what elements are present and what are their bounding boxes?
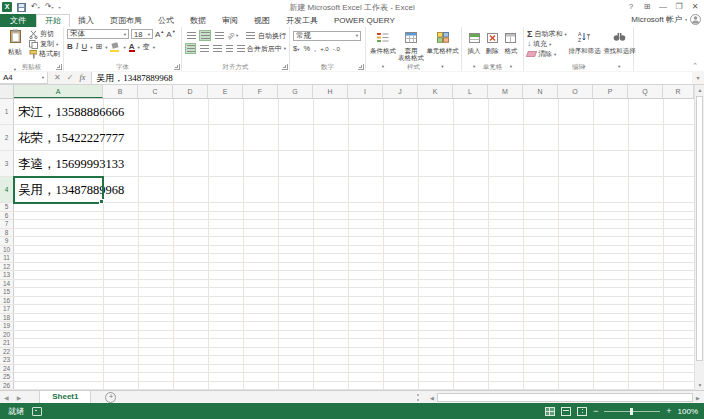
- row-header-17[interactable]: 17: [0, 305, 14, 313]
- enter-entry-button[interactable]: ✓: [67, 73, 74, 82]
- insert-function-button[interactable]: fx: [79, 73, 85, 82]
- decrease-decimal-button[interactable]: -.0: [333, 46, 340, 52]
- comma-style-button[interactable]: ,: [314, 44, 316, 53]
- column-header-D[interactable]: D: [173, 85, 208, 98]
- decrease-indent-button[interactable]: [224, 43, 233, 54]
- horizontal-scrollbar[interactable]: ◀ ▶: [428, 393, 702, 402]
- align-left-button[interactable]: [185, 43, 196, 54]
- row-header-25[interactable]: 25: [0, 373, 14, 381]
- page-layout-view-button[interactable]: [561, 407, 571, 416]
- tab-insert[interactable]: 插入: [70, 14, 102, 27]
- column-header-C[interactable]: C: [138, 85, 173, 98]
- sheet-tab-sheet1[interactable]: Sheet1: [39, 391, 91, 403]
- fill-button[interactable]: ↓ 填充 ▾: [527, 39, 567, 49]
- column-header-K[interactable]: K: [418, 85, 453, 98]
- align-top-button[interactable]: [185, 30, 197, 41]
- scroll-right-icon[interactable]: ▶: [694, 395, 702, 401]
- page-break-view-button[interactable]: [577, 407, 587, 416]
- row-header-7[interactable]: 7: [0, 220, 14, 228]
- minimize-button[interactable]: —: [656, 1, 670, 12]
- new-sheet-button[interactable]: +: [105, 392, 116, 403]
- tab-view[interactable]: 视图: [246, 14, 278, 27]
- zoom-out-button[interactable]: −: [593, 407, 598, 416]
- row-header-16[interactable]: 16: [0, 297, 14, 305]
- column-header-O[interactable]: O: [558, 85, 593, 98]
- row-header-18[interactable]: 18: [0, 314, 14, 322]
- name-box[interactable]: A4 ▾: [0, 72, 48, 84]
- font-name-select[interactable]: 宋体 ▾: [67, 29, 129, 39]
- normal-view-button[interactable]: [545, 407, 555, 416]
- row-header-8[interactable]: 8: [0, 229, 14, 237]
- help-button[interactable]: ?: [624, 1, 638, 12]
- column-header-H[interactable]: H: [313, 85, 348, 98]
- account-area[interactable]: Microsoft 帐户 ▾: [631, 14, 701, 25]
- row-header-15[interactable]: 15: [0, 288, 14, 296]
- decrease-font-size-button[interactable]: A▼: [166, 29, 175, 39]
- column-header-J[interactable]: J: [383, 85, 418, 98]
- column-header-I[interactable]: I: [348, 85, 383, 98]
- close-button[interactable]: ✕: [688, 1, 702, 12]
- font-dialog-launcher[interactable]: [174, 64, 180, 70]
- worksheet-grid[interactable]: ABCDEFGHIJKLMNOPQR 1宋江，135888866662花荣，15…: [0, 85, 704, 390]
- alignment-dialog-launcher[interactable]: [282, 64, 288, 70]
- vertical-scrollbar[interactable]: ▲ ▼: [694, 85, 704, 390]
- ribbon-display-options-button[interactable]: ⊞: [640, 1, 654, 12]
- borders-icon[interactable]: ⊞: [96, 42, 103, 52]
- row-header-24[interactable]: 24: [0, 365, 14, 373]
- increase-font-size-button[interactable]: A▲: [155, 29, 164, 39]
- column-header-M[interactable]: M: [488, 85, 523, 98]
- merge-center-button[interactable]: 合并后居中: [247, 44, 282, 54]
- zoom-level[interactable]: 100%: [678, 407, 698, 416]
- tab-developer[interactable]: 开发工具: [278, 14, 326, 27]
- tab-splitter-handle[interactable]: [417, 394, 422, 401]
- italic-button[interactable]: I: [76, 42, 79, 52]
- formula-input[interactable]: 吴用，13487889968: [91, 72, 692, 84]
- number-dialog-launcher[interactable]: [358, 64, 364, 70]
- tab-home[interactable]: 开始: [36, 14, 70, 27]
- row-header-3[interactable]: 3: [0, 151, 14, 176]
- font-size-select[interactable]: 18 ▾: [131, 29, 153, 39]
- align-right-button[interactable]: [211, 43, 222, 54]
- row-header-20[interactable]: 20: [0, 331, 14, 339]
- row-header-5[interactable]: 5: [0, 203, 14, 211]
- row-header-19[interactable]: 19: [0, 322, 14, 330]
- row-header-26[interactable]: 26: [0, 382, 14, 390]
- horizontal-scroll-thumb[interactable]: [437, 393, 693, 402]
- wrap-text-button[interactable]: 自动换行: [258, 31, 286, 41]
- column-header-P[interactable]: P: [593, 85, 628, 98]
- collapse-ribbon-button[interactable]: ⌃: [692, 62, 698, 70]
- tab-file[interactable]: 文件: [0, 14, 36, 27]
- row-header-1[interactable]: 1: [0, 99, 14, 124]
- column-header-A[interactable]: A: [14, 85, 103, 98]
- tab-page-layout[interactable]: 页面布局: [102, 14, 150, 27]
- zoom-slider[interactable]: [604, 411, 660, 412]
- orientation-button[interactable]: ab: [225, 30, 235, 40]
- row-header-4[interactable]: 4: [0, 177, 14, 202]
- row-header-23[interactable]: 23: [0, 356, 14, 364]
- scroll-down-icon[interactable]: ▼: [695, 380, 704, 390]
- font-color-button[interactable]: A: [129, 42, 135, 52]
- phonetic-guide-button[interactable]: 变: [143, 42, 150, 52]
- underline-button[interactable]: U: [81, 42, 87, 52]
- percent-style-button[interactable]: %: [303, 44, 310, 53]
- scroll-up-icon[interactable]: ▲: [695, 85, 704, 95]
- row-header-11[interactable]: 11: [0, 254, 14, 262]
- bold-button[interactable]: B: [67, 42, 73, 52]
- row-header-14[interactable]: 14: [0, 280, 14, 288]
- row-header-22[interactable]: 22: [0, 348, 14, 356]
- format-painter-button[interactable]: 格式刷: [29, 49, 60, 59]
- clear-button[interactable]: 清除 ▾: [527, 49, 567, 59]
- expand-formula-bar-icon[interactable]: ▾: [692, 74, 704, 81]
- row-header-12[interactable]: 12: [0, 263, 14, 271]
- tab-data[interactable]: 数据: [182, 14, 214, 27]
- zoom-slider-handle[interactable]: [630, 408, 633, 415]
- macro-record-icon[interactable]: [32, 407, 42, 416]
- copy-button[interactable]: 复制 ▾: [29, 39, 60, 49]
- tab-formulas[interactable]: 公式: [150, 14, 182, 27]
- tab-review[interactable]: 审阅: [214, 14, 246, 27]
- next-sheet-icon[interactable]: ▶: [13, 394, 26, 401]
- column-header-E[interactable]: E: [208, 85, 243, 98]
- vertical-scroll-thumb[interactable]: [696, 96, 703, 361]
- scroll-left-icon[interactable]: ◀: [428, 395, 436, 401]
- column-header-Q[interactable]: Q: [628, 85, 663, 98]
